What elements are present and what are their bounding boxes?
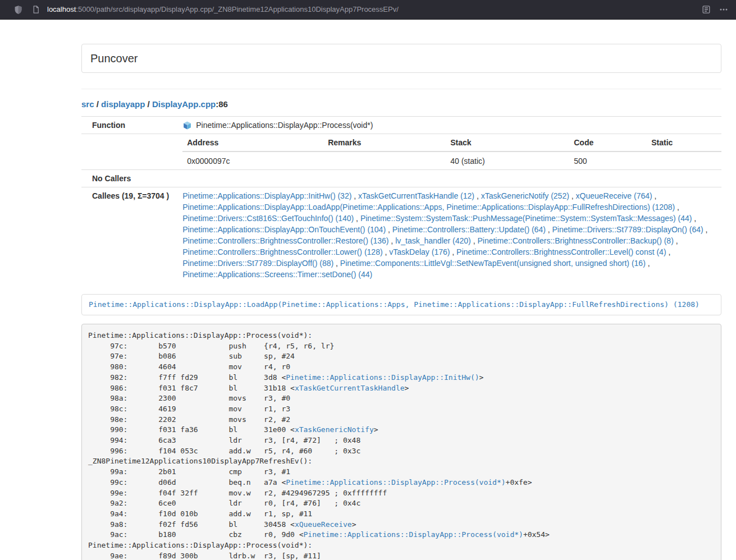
function-icon [182, 121, 192, 130]
callee-link[interactable]: Pinetime::Applications::DisplayApp::Load… [182, 203, 675, 212]
detail-header: Remarks [323, 134, 446, 152]
asm-line: 97c: b570 push {r4, r5, r6, lr} [88, 341, 715, 352]
callee-link[interactable]: vTaskDelay (176) [389, 247, 450, 256]
detail-data-row: 0x0000097c40 (static)500 [182, 152, 721, 169]
callee-link[interactable]: xQueueReceive (764) [576, 191, 652, 200]
breadcrumb-line-number: :86 [216, 99, 228, 109]
page-content: Puncover src / displayapp / DisplayApp.c… [81, 20, 721, 560]
asm-line: 99e: f04f 32ff mov.w r2, #4294967295 ; 0… [88, 488, 715, 499]
callee-link[interactable]: Pinetime::Applications::DisplayApp::Init… [182, 191, 351, 200]
function-row: Function Pinetime::Applications::Display… [81, 117, 721, 134]
breadcrumb-link[interactable]: src [81, 99, 94, 109]
detail-row-spacer [81, 134, 173, 170]
puncover-header-panel: Puncover [81, 44, 721, 73]
overflow-menu-icon[interactable] [719, 5, 728, 15]
url-domain: localhost [47, 5, 76, 13]
asm-line: 996: f104 053c add.w r5, r4, #60 ; 0x3c [88, 446, 715, 457]
callee-link[interactable]: Pinetime::Applications::Screens::Timer::… [182, 270, 372, 279]
loadapp-link[interactable]: Pinetime::Applications::DisplayApp::Load… [89, 300, 700, 309]
asm-symbol-link[interactable]: Pinetime::Applications::DisplayApp::Proc… [286, 478, 505, 486]
breadcrumb-link[interactable]: displayapp [101, 99, 145, 109]
detail-header: Static [647, 134, 721, 152]
callees-row: Callees (19, Σ=3704 ) Pinetime::Applicat… [81, 187, 721, 283]
function-name-cell: Pinetime::Applications::DisplayApp::Proc… [173, 117, 721, 134]
detail-value: 500 [569, 152, 647, 169]
asm-line: Pinetime::Applications::DisplayApp::Proc… [88, 331, 715, 341]
app-title: Puncover [90, 52, 138, 65]
detail-row: AddressRemarksStackCodeStatic 0x0000097c… [81, 134, 721, 170]
asm-line: 97e: b086 sub sp, #24 [88, 351, 715, 362]
asm-line: 980: 4604 mov r4, r0 [88, 362, 715, 373]
detail-cell: AddressRemarksStackCodeStatic 0x0000097c… [173, 134, 721, 170]
callee-link[interactable]: Pinetime::Components::LittleVgl::SetNewT… [340, 259, 646, 268]
callee-link[interactable]: xTaskGetCurrentTaskHandle (12) [358, 191, 474, 200]
detail-header: Stack [446, 134, 569, 152]
breadcrumb-separator: / [94, 99, 102, 109]
callee-link[interactable]: Pinetime::Controllers::BrightnessControl… [182, 247, 382, 256]
callee-link[interactable]: xTaskGenericNotify (252) [481, 191, 569, 200]
detail-value: 0x0000097c [182, 152, 323, 169]
asm-symbol-link[interactable]: Pinetime::Applications::DisplayApp::Proc… [304, 530, 523, 539]
callees-label: Callees (19, Σ=3704 ) [81, 187, 173, 283]
url-path: :5000/path/src/displayapp/DisplayApp.cpp… [76, 5, 399, 13]
callee-link[interactable]: Pinetime::Drivers::St7789::DisplayOff() … [182, 259, 333, 268]
detail-value [647, 152, 721, 169]
callees-list: Pinetime::Applications::DisplayApp::Init… [173, 187, 721, 283]
asm-line: 98a: 2300 movs r3, #0 [88, 393, 715, 404]
callee-link[interactable]: Pinetime::System::SystemTask::PushMessag… [360, 214, 692, 223]
asm-line: _ZN8Pinetime12Applications10DisplayApp7R… [88, 456, 715, 467]
detail-header-row: AddressRemarksStackCodeStatic [182, 134, 721, 152]
asm-line: 990: f031 fa36 bl 31e00 <xTaskGenericNot… [88, 425, 715, 435]
callee-link[interactable]: Pinetime::Drivers::St7789::DisplayOn() (… [552, 225, 703, 234]
asm-line: Pinetime::Applications::DisplayApp::Proc… [88, 540, 715, 551]
callee-link[interactable]: Pinetime::Drivers::Cst816S::GetTouchInfo… [182, 214, 354, 223]
asm-line: 99a: 2b01 cmp r3, #1 [88, 467, 715, 478]
breadcrumb-link[interactable]: DisplayApp.cpp [152, 99, 216, 109]
browser-toolbar: localhost:5000/path/src/displayapp/Displ… [0, 0, 736, 20]
disassembly: Pinetime::Applications::DisplayApp::Proc… [81, 324, 721, 560]
asm-line: 982: f7ff fd29 bl 3d8 <Pinetime::Applica… [88, 373, 715, 383]
reader-view-icon[interactable] [701, 5, 711, 15]
no-callers-label: No Callers [81, 170, 173, 187]
callee-link[interactable]: Pinetime::Controllers::BrightnessControl… [477, 236, 673, 245]
breadcrumb-separator: / [145, 99, 152, 109]
callee-link[interactable]: Pinetime::Controllers::BrightnessControl… [456, 247, 666, 256]
callee-link[interactable]: Pinetime::Controllers::Battery::Update()… [392, 225, 546, 234]
breadcrumb: src / displayapp / DisplayApp.cpp:86 [81, 98, 721, 110]
callee-link[interactable]: Pinetime::Controllers::BrightnessControl… [182, 236, 388, 245]
asm-line: 9ac: b180 cbz r0, 9d0 <Pinetime::Applica… [88, 530, 715, 540]
detail-header: Address [182, 134, 323, 152]
asm-line: 994: 6ca3 ldr r3, [r4, #72] ; 0x48 [88, 435, 715, 446]
asm-line: 986: f031 f8c7 bl 31b18 <xTaskGetCurrent… [88, 383, 715, 394]
asm-line: 98e: 2202 movs r2, #2 [88, 415, 715, 425]
asm-line: 9a8: f02f fd56 bl 30458 <xQueueReceive> [88, 520, 715, 530]
detail-value [323, 152, 446, 169]
function-name: Pinetime::Applications::DisplayApp::Proc… [196, 121, 373, 130]
function-label: Function [81, 117, 173, 134]
asm-line: 9a4: f10d 010b add.w r1, sp, #11 [88, 509, 715, 520]
callee-link[interactable]: lv_task_handler (420) [395, 236, 471, 245]
detail-value: 40 (static) [446, 152, 569, 169]
asm-line: 98c: 4619 mov r1, r3 [88, 404, 715, 415]
shield-icon[interactable] [13, 5, 23, 15]
asm-symbol-link[interactable]: xQueueReceive [295, 520, 352, 529]
asm-line: 9ae: f89d 300b ldrb.w r3, [sp, #11] [88, 551, 715, 560]
loadapp-panel: Pinetime::Applications::DisplayApp::Load… [81, 294, 721, 315]
no-callers-cell [173, 170, 721, 187]
detail-header: Code [569, 134, 647, 152]
function-table: Function Pinetime::Applications::Display… [81, 116, 721, 283]
url-bar[interactable]: localhost:5000/path/src/displayapp/Displ… [47, 4, 701, 15]
divider [81, 89, 721, 89]
asm-symbol-link[interactable]: xTaskGetCurrentTaskHandle [295, 384, 405, 392]
detail-table: AddressRemarksStackCodeStatic 0x0000097c… [182, 134, 721, 169]
asm-symbol-link[interactable]: Pinetime::Applications::DisplayApp::Init… [286, 373, 479, 382]
no-callers-row: No Callers [81, 170, 721, 187]
asm-line: 9a2: 6ce0 ldr r0, [r4, #76] ; 0x4c [88, 498, 715, 509]
asm-line: 99c: d06d beq.n a7a <Pinetime::Applicati… [88, 478, 715, 488]
callee-link[interactable]: Pinetime::Applications::DisplayApp::OnTo… [182, 225, 386, 234]
asm-symbol-link[interactable]: xTaskGenericNotify [295, 425, 374, 434]
page-info-icon[interactable] [31, 5, 40, 15]
